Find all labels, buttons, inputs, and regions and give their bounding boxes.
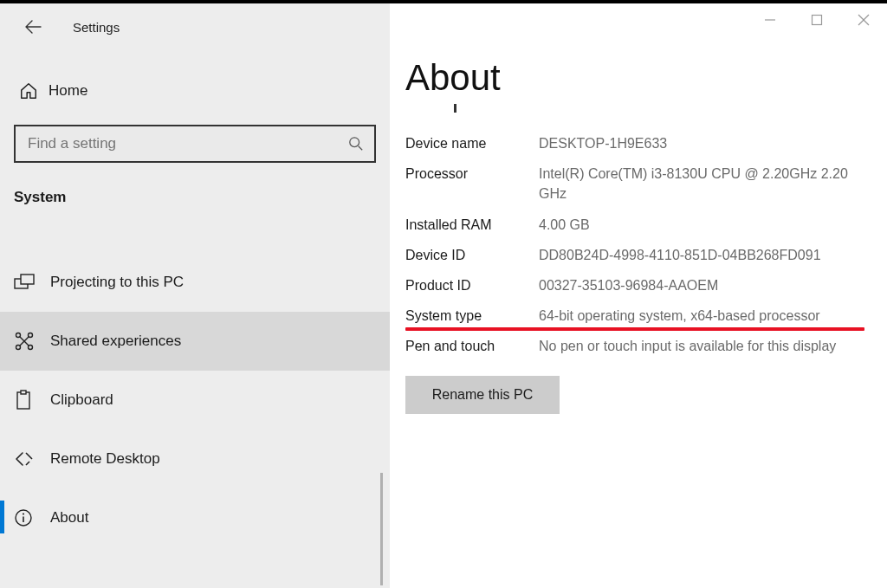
search-input[interactable]	[26, 134, 348, 153]
sidebar-item-label: About	[50, 509, 88, 527]
clipboard-icon	[14, 390, 50, 410]
spec-row-device-id: Device ID DD80B24D-4998-4110-851D-04BB26…	[405, 245, 871, 265]
window-controls	[750, 7, 884, 33]
spec-value: DESKTOP-1H9E633	[539, 133, 871, 153]
app-title: Settings	[73, 20, 120, 35]
back-button[interactable]	[19, 13, 47, 41]
spec-row-pen-touch: Pen and touch No pen or touch input is a…	[405, 336, 871, 356]
spec-value: 4.00 GB	[539, 215, 871, 235]
svg-point-10	[29, 346, 33, 350]
sidebar-item-about[interactable]: About	[0, 488, 390, 547]
minimize-icon	[764, 14, 776, 26]
svg-rect-13	[17, 392, 29, 409]
sidebar: Settings Home System	[0, 3, 390, 588]
sidebar-item-label: Shared experiences	[50, 333, 181, 350]
spec-row-ram: Installed RAM 4.00 GB	[405, 215, 871, 235]
sidebar-item-label: Projecting to this PC	[50, 274, 184, 291]
home-icon	[19, 81, 49, 100]
spec-row-product-id: Product ID 00327-35103-96984-AAOEM	[405, 275, 871, 295]
main-panel: About Device name DESKTOP-1H9E633 Proces…	[390, 3, 887, 588]
spec-label: Pen and touch	[405, 336, 539, 356]
scrollbar[interactable]	[380, 473, 383, 585]
remote-desktop-icon	[14, 449, 50, 468]
projecting-icon	[14, 273, 50, 292]
shared-experiences-icon	[14, 331, 50, 352]
spec-value: No pen or touch input is available for t…	[539, 336, 871, 356]
spec-value: 64-bit operating system, x64-based proce…	[539, 306, 871, 326]
svg-point-8	[29, 333, 33, 338]
selected-marker	[0, 501, 4, 533]
close-icon	[857, 13, 871, 27]
svg-point-9	[16, 346, 21, 350]
spec-label: System type	[405, 306, 539, 326]
nav-home[interactable]: Home	[0, 71, 390, 111]
sidebar-item-shared-experiences[interactable]: Shared experiences	[0, 312, 390, 371]
svg-line-15	[26, 453, 32, 459]
spec-label: Installed RAM	[405, 215, 539, 235]
spec-row-device-name: Device name DESKTOP-1H9E633	[405, 133, 871, 153]
svg-rect-14	[21, 391, 26, 394]
svg-point-18	[23, 513, 24, 514]
search-icon	[348, 136, 364, 152]
sidebar-item-clipboard[interactable]: Clipboard	[0, 371, 390, 430]
sidebar-item-label: Clipboard	[50, 391, 113, 409]
minimize-button[interactable]	[750, 7, 790, 33]
svg-line-1	[359, 146, 363, 151]
nav-list: Multitasking Projecting to this PC Share…	[0, 222, 390, 547]
svg-line-16	[26, 462, 29, 465]
spec-row-system-type: System type 64-bit operating system, x64…	[405, 306, 871, 326]
svg-point-0	[350, 138, 359, 147]
spec-label: Device ID	[405, 245, 539, 265]
spec-value: 00327-35103-96984-AAOEM	[539, 275, 871, 295]
spec-value: Intel(R) Core(TM) i3-8130U CPU @ 2.20GHz…	[539, 164, 871, 204]
page-title: About	[405, 57, 871, 99]
spec-value: DD80B24D-4998-4110-851D-04BB268FD091	[539, 245, 871, 265]
maximize-icon	[811, 14, 823, 26]
spec-label: Product ID	[405, 275, 539, 295]
device-specs: Device name DESKTOP-1H9E633 Processor In…	[405, 133, 871, 357]
spec-row-processor: Processor Intel(R) Core(TM) i3-8130U CPU…	[405, 164, 871, 204]
home-label: Home	[49, 82, 87, 100]
spec-label: Device name	[405, 133, 539, 153]
sidebar-item-remote-desktop[interactable]: Remote Desktop	[0, 430, 390, 488]
highlight-underline	[405, 327, 864, 331]
svg-rect-21	[813, 16, 822, 25]
close-button[interactable]	[844, 7, 884, 33]
svg-rect-6	[21, 275, 34, 284]
sidebar-item-label: Remote Desktop	[50, 450, 160, 468]
title-tick	[454, 104, 456, 113]
search-box[interactable]	[14, 125, 376, 163]
svg-point-7	[16, 333, 21, 338]
titlebar: Settings	[0, 9, 390, 45]
rename-pc-button[interactable]: Rename this PC	[405, 376, 560, 414]
info-icon	[14, 508, 50, 527]
back-arrow-icon	[24, 18, 42, 36]
app-root: Settings Home System	[0, 3, 887, 588]
section-heading-system: System	[0, 189, 390, 206]
maximize-button[interactable]	[797, 7, 837, 33]
spec-label: Processor	[405, 164, 539, 204]
sidebar-item-projecting[interactable]: Projecting to this PC	[0, 253, 390, 312]
sidebar-item-multitasking[interactable]: Multitasking	[0, 222, 390, 253]
search-wrap	[14, 125, 376, 163]
